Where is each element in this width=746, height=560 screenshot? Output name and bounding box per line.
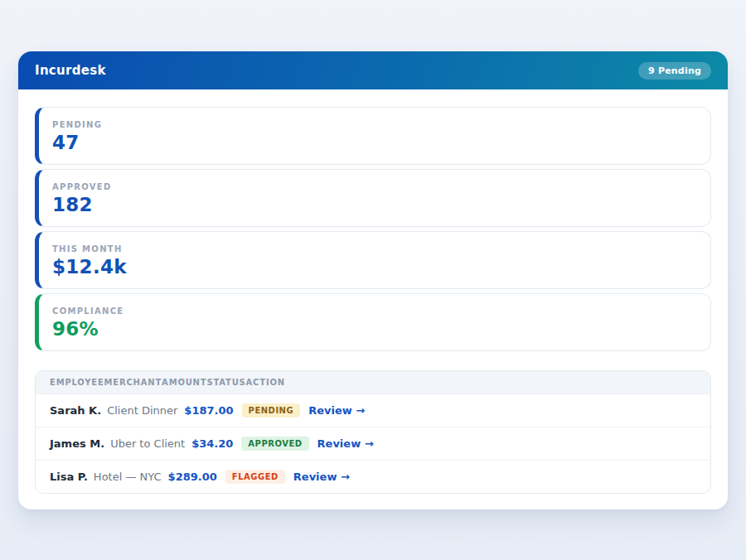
expense-amount: $289.00 bbox=[168, 471, 217, 483]
column-header-employee: EMPLOYEE bbox=[50, 378, 104, 387]
table-header-row: EMPLOYEEMERCHANTAMOUNTSTATUSACTION bbox=[36, 371, 710, 393]
expense-dashboard-card: Incurdesk 9 Pending PENDING 47 APPROVED … bbox=[18, 51, 728, 509]
stat-value: 182 bbox=[52, 194, 697, 215]
column-header-amount: AMOUNT bbox=[162, 378, 206, 387]
review-link[interactable]: Review → bbox=[308, 404, 365, 417]
table-row: Lisa P. Hotel — NYC $289.00 FLAGGED Revi… bbox=[36, 460, 710, 493]
review-link[interactable]: Review → bbox=[293, 471, 350, 483]
stat-label: COMPLIANCE bbox=[52, 307, 697, 316]
expenses-table: EMPLOYEEMERCHANTAMOUNTSTATUSACTION Sarah… bbox=[35, 370, 711, 494]
stat-label: PENDING bbox=[52, 120, 697, 129]
app-header: Incurdesk 9 Pending bbox=[18, 51, 728, 89]
employee-name: Lisa P. bbox=[50, 471, 88, 483]
review-link[interactable]: Review → bbox=[317, 437, 374, 450]
stat-value: $12.4k bbox=[52, 256, 697, 278]
employee-name: Sarah K. bbox=[50, 404, 101, 417]
stat-card-this-month: THIS MONTH $12.4k bbox=[35, 231, 711, 289]
column-header-merchant: MERCHANT bbox=[104, 378, 162, 387]
column-header-action: ACTION bbox=[246, 378, 285, 387]
stat-label: APPROVED bbox=[52, 182, 697, 191]
expense-amount: $34.20 bbox=[191, 437, 233, 450]
table-row: James M. Uber to Client $34.20 APPROVED … bbox=[36, 427, 710, 460]
table-row: Sarah K. Client Dinner $187.00 PENDING R… bbox=[36, 393, 710, 427]
merchant-name: Uber to Client bbox=[110, 437, 185, 450]
stat-value: 96% bbox=[52, 318, 697, 340]
employee-name: James M. bbox=[50, 437, 104, 450]
stat-label: THIS MONTH bbox=[52, 244, 697, 253]
column-header-status: STATUS bbox=[206, 378, 245, 387]
stat-value: 47 bbox=[52, 132, 697, 153]
dashboard-body: PENDING 47 APPROVED 182 THIS MONTH $12.4… bbox=[18, 89, 728, 494]
status-badge: PENDING bbox=[242, 403, 301, 418]
status-badge: FLAGGED bbox=[225, 470, 285, 484]
stat-card-approved: APPROVED 182 bbox=[35, 169, 711, 227]
merchant-name: Client Dinner bbox=[107, 404, 177, 417]
stat-card-compliance: COMPLIANCE 96% bbox=[35, 293, 711, 351]
pending-count-badge: 9 Pending bbox=[638, 62, 711, 80]
status-badge: APPROVED bbox=[241, 437, 308, 451]
app-title: Incurdesk bbox=[35, 63, 106, 78]
stat-card-pending: PENDING 47 bbox=[35, 107, 711, 165]
merchant-name: Hotel — NYC bbox=[94, 471, 162, 483]
expense-amount: $187.00 bbox=[184, 404, 233, 417]
